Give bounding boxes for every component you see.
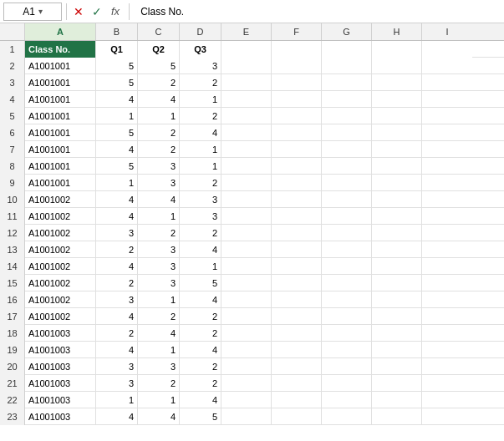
cell-g[interactable] <box>322 291 372 308</box>
cell-f[interactable] <box>272 108 322 124</box>
cell-e[interactable] <box>221 342 272 358</box>
table-row[interactable]: 16 A1001002 3 1 4 <box>0 291 504 308</box>
cell-h[interactable] <box>372 342 422 358</box>
cell-c[interactable]: 2 <box>138 225 180 241</box>
table-row[interactable]: 14 A1001002 4 3 1 <box>0 258 504 275</box>
cell-i[interactable] <box>422 41 472 58</box>
cell-b[interactable]: 5 <box>96 74 138 91</box>
cell-d[interactable]: 3 <box>180 191 221 208</box>
cell-b[interactable]: 2 <box>96 325 138 342</box>
cell-a[interactable]: A1001002 <box>25 241 96 258</box>
col-header-g[interactable]: G <box>322 23 372 40</box>
cell-c[interactable]: 2 <box>138 308 180 325</box>
table-row[interactable]: 8 A1001001 5 3 1 <box>0 158 504 175</box>
cell-d[interactable]: 5 <box>180 408 221 425</box>
cell-g[interactable] <box>322 225 372 241</box>
cell-f[interactable] <box>272 74 322 91</box>
table-row[interactable]: 1 Class No. Q1 Q2 Q3 <box>0 41 504 58</box>
cell-g[interactable] <box>322 275 372 291</box>
cell-f[interactable] <box>272 325 322 342</box>
cell-c[interactable]: 4 <box>138 325 180 342</box>
cell-i[interactable] <box>422 258 472 275</box>
cell-a[interactable]: A1001002 <box>25 225 96 241</box>
cell-h[interactable] <box>372 225 422 241</box>
cell-e[interactable] <box>221 58 272 74</box>
cell-e[interactable] <box>221 208 272 225</box>
col-header-i[interactable]: I <box>422 23 472 40</box>
cell-i[interactable] <box>422 225 472 241</box>
cell-c[interactable]: 3 <box>138 275 180 291</box>
table-row[interactable]: 3 A1001001 5 2 2 <box>0 74 504 91</box>
cell-h[interactable] <box>372 375 422 392</box>
cell-a[interactable]: A1001001 <box>25 124 96 141</box>
cell-d[interactable]: 1 <box>180 141 221 158</box>
cell-e[interactable] <box>221 275 272 291</box>
cell-e[interactable] <box>221 358 272 375</box>
cell-i[interactable] <box>422 392 472 408</box>
cell-i[interactable] <box>422 141 472 158</box>
cell-h[interactable] <box>372 392 422 408</box>
cell-i[interactable] <box>422 291 472 308</box>
cell-a[interactable]: A1001003 <box>25 358 96 375</box>
cell-b[interactable]: 5 <box>96 58 138 74</box>
cell-c[interactable]: 3 <box>138 175 180 191</box>
cell-f[interactable] <box>272 342 322 358</box>
cell-d[interactable]: 2 <box>180 325 221 342</box>
cell-b[interactable]: 3 <box>96 375 138 392</box>
cell-d[interactable]: 4 <box>180 124 221 141</box>
cell-g[interactable] <box>322 91 372 108</box>
cell-i[interactable] <box>422 208 472 225</box>
cell-g[interactable] <box>322 375 372 392</box>
cell-d[interactable]: 2 <box>180 175 221 191</box>
cell-f[interactable] <box>272 375 322 392</box>
cell-f[interactable] <box>272 191 322 208</box>
cell-i[interactable] <box>422 241 472 258</box>
cell-g[interactable] <box>322 41 372 58</box>
cell-d[interactable]: 1 <box>180 258 221 275</box>
cell-reference-box[interactable]: A1 ▾ <box>3 3 62 21</box>
cell-c[interactable]: 3 <box>138 241 180 258</box>
cell-g[interactable] <box>322 358 372 375</box>
cell-d[interactable]: 2 <box>180 375 221 392</box>
cell-i[interactable] <box>422 275 472 291</box>
cell-c[interactable]: 1 <box>138 392 180 408</box>
cell-g[interactable] <box>322 241 372 258</box>
cell-a[interactable]: A1001003 <box>25 342 96 358</box>
cell-c[interactable]: 1 <box>138 342 180 358</box>
cell-h[interactable] <box>372 175 422 191</box>
cell-f[interactable] <box>272 291 322 308</box>
cell-f[interactable] <box>272 208 322 225</box>
cell-g[interactable] <box>322 58 372 74</box>
formula-content[interactable]: Class No. <box>140 6 501 18</box>
cell-b[interactable]: 4 <box>96 408 138 425</box>
cell-d[interactable]: 4 <box>180 342 221 358</box>
cell-e[interactable] <box>221 225 272 241</box>
cell-e[interactable] <box>221 291 272 308</box>
cell-d[interactable]: 3 <box>180 58 221 74</box>
table-row[interactable]: 19 A1001003 4 1 4 <box>0 342 504 358</box>
cell-e[interactable] <box>221 74 272 91</box>
cell-g[interactable] <box>322 342 372 358</box>
cell-c[interactable]: 4 <box>138 91 180 108</box>
cell-a[interactable]: A1001002 <box>25 308 96 325</box>
cell-f[interactable] <box>272 225 322 241</box>
cell-a[interactable]: A1001001 <box>25 91 96 108</box>
table-row[interactable]: 21 A1001003 3 2 2 <box>0 375 504 392</box>
cell-c[interactable]: 2 <box>138 74 180 91</box>
cell-b[interactable]: 1 <box>96 392 138 408</box>
table-row[interactable]: 12 A1001002 3 2 2 <box>0 225 504 241</box>
table-row[interactable]: 15 A1001002 2 3 5 <box>0 275 504 291</box>
cell-e[interactable] <box>221 375 272 392</box>
cell-a[interactable]: A1001003 <box>25 325 96 342</box>
confirm-icon[interactable]: ✓ <box>89 5 104 18</box>
cell-c[interactable]: 5 <box>138 58 180 74</box>
cell-f[interactable] <box>272 41 322 58</box>
cell-b[interactable]: 5 <box>96 158 138 175</box>
cell-h[interactable] <box>372 291 422 308</box>
cell-b[interactable]: 1 <box>96 108 138 124</box>
cell-a[interactable]: A1001002 <box>25 208 96 225</box>
cell-h[interactable] <box>372 41 422 58</box>
cell-g[interactable] <box>322 74 372 91</box>
cell-f[interactable] <box>272 124 322 141</box>
cell-d[interactable]: 2 <box>180 74 221 91</box>
